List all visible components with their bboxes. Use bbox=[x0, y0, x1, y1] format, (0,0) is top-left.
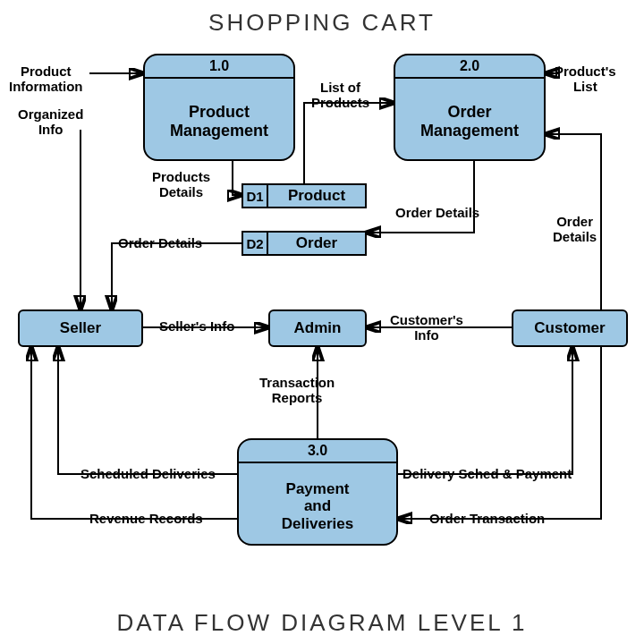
flow-product-information: ProductInformation bbox=[9, 64, 83, 94]
datastore-product: D1 Product bbox=[242, 183, 367, 208]
flow-organized-info: OrganizedInfo bbox=[18, 107, 83, 137]
entity-seller: Seller bbox=[18, 309, 143, 347]
flow-order-details-cust: OrderDetails bbox=[553, 215, 597, 244]
entity-customer: Customer bbox=[512, 309, 628, 347]
datastore-id: D1 bbox=[243, 185, 268, 207]
datastore-name: Product bbox=[268, 187, 365, 205]
diagram-stage: 1.0 ProductManagement 2.0 OrderManagemen… bbox=[9, 45, 635, 599]
datastore-order: D2 Order bbox=[242, 231, 367, 256]
page-footer: DATA FLOW DIAGRAM LEVEL 1 bbox=[0, 609, 644, 637]
process-payment-deliveries: 3.0 PaymentandDeliveries bbox=[237, 438, 398, 546]
page-title: SHOPPING CART bbox=[0, 9, 644, 37]
flow-sellers-info: Seller's Info bbox=[159, 319, 234, 335]
flow-revenue-records: Revenue Records bbox=[89, 512, 203, 527]
process-name: ProductManagement bbox=[145, 79, 293, 165]
datastore-id: D2 bbox=[243, 233, 268, 254]
process-product-management: 1.0 ProductManagement bbox=[143, 54, 295, 161]
flow-products-details: ProductsDetails bbox=[152, 170, 210, 199]
flow-scheduled-deliveries: Scheduled Deliveries bbox=[80, 467, 216, 482]
process-name: PaymentandDeliveries bbox=[239, 463, 396, 549]
process-order-management: 2.0 OrderManagement bbox=[394, 54, 546, 161]
flow-delivery-sched: Delivery Sched & Payment bbox=[402, 467, 572, 482]
flow-products-list: Product'sList bbox=[555, 64, 616, 94]
flow-order-details-ds: Order Details bbox=[118, 236, 202, 251]
flow-order-details-p2: Order Details bbox=[395, 206, 479, 221]
flow-list-of-products: List ofProducts bbox=[311, 80, 369, 110]
process-id: 3.0 bbox=[239, 440, 396, 463]
flow-order-transaction: Order Transaction bbox=[429, 512, 545, 527]
flow-transaction-reports: TransactionReports bbox=[259, 376, 335, 405]
process-id: 1.0 bbox=[145, 55, 293, 79]
process-id: 2.0 bbox=[395, 55, 544, 79]
process-name: OrderManagement bbox=[395, 79, 544, 165]
datastore-name: Order bbox=[268, 234, 365, 252]
flow-customers-info: Customer'sInfo bbox=[390, 313, 463, 343]
entity-admin: Admin bbox=[268, 309, 367, 347]
